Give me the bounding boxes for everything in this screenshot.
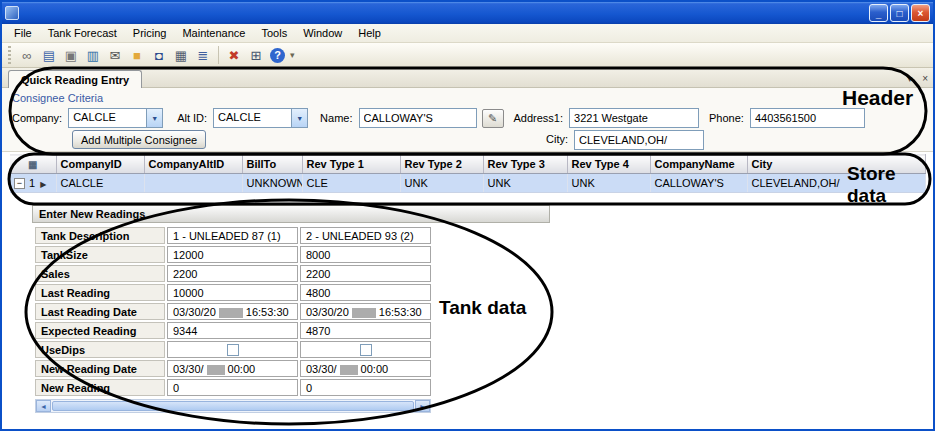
cell-companyid: CALCLE (56, 174, 144, 193)
row-label-new-reading: New Reading (35, 379, 165, 396)
table-row[interactable]: −1▶ CALCLE UNKNOWN CLE UNK UNK UNK CALLO… (10, 174, 925, 193)
menu-maintenance[interactable]: Maintenance (174, 25, 253, 41)
cell-revtype2: UNK (400, 174, 483, 193)
column-header-billto[interactable]: BillTo (242, 155, 302, 174)
export-icon[interactable]: ▥ (83, 45, 103, 65)
content-area: Quick Reading Entry ▾ × Consignee Criter… (2, 68, 933, 429)
row-label-sales: Sales (35, 265, 165, 282)
menu-help[interactable]: Help (350, 25, 389, 41)
database-icon[interactable]: ≣ (193, 45, 213, 65)
calculator-icon[interactable]: ▦ (171, 45, 191, 65)
column-header-companyid[interactable]: CompanyID (56, 155, 144, 174)
tank2-expected-reading: 4870 (300, 322, 431, 339)
column-header-revtype1[interactable]: Rev Type 1 (302, 155, 400, 174)
column-header-companyname[interactable]: CompanyName (650, 155, 747, 174)
chevron-down-icon[interactable]: ▾ (902, 73, 917, 87)
usedips-checkbox-1[interactable] (227, 344, 239, 356)
minimize-button[interactable]: _ (869, 4, 888, 22)
toolbar-separator (218, 46, 219, 64)
tank2-description: 2 - UNLEADED 93 (2) (300, 227, 431, 244)
save-icon[interactable]: ◘ (149, 45, 169, 65)
tank2-new-reading[interactable]: 0 (300, 379, 431, 396)
consignee-form-row-1: Company: CALCLE ▼ Alt ID: CALCLE ▼ Name:… (2, 107, 933, 129)
tank1-last-reading: 10000 (167, 284, 298, 301)
readings-panel-title: Enter New Readings (32, 205, 550, 223)
phone-field[interactable] (750, 108, 865, 128)
tab-close-icon[interactable]: × (917, 73, 933, 87)
column-header-revtype4[interactable]: Rev Type 4 (567, 155, 650, 174)
cell-revtype4: UNK (567, 174, 650, 193)
toolbar-overflow-icon[interactable]: ▾ (290, 50, 295, 60)
city-field[interactable] (574, 130, 704, 150)
search-icon[interactable]: ∞ (17, 45, 37, 65)
row-label-last-reading-date: Last Reading Date (35, 303, 165, 320)
altid-label: Alt ID: (177, 112, 207, 124)
tank2-sales: 2200 (300, 265, 431, 282)
folder-icon[interactable]: ■ (127, 45, 147, 65)
pencil-icon[interactable]: ✎ (482, 109, 504, 128)
menu-window[interactable]: Window (295, 25, 350, 41)
tank2-size: 8000 (300, 246, 431, 263)
tank1-expected-reading: 9344 (167, 322, 298, 339)
address1-field[interactable] (569, 108, 699, 128)
readings-panel: Enter New Readings Tank Description 1 - … (32, 205, 550, 413)
altid-dropdown-value: CALCLE (214, 109, 291, 127)
usedips-checkbox-2[interactable] (360, 344, 372, 356)
grid-selector-icon[interactable]: ▦ (10, 155, 56, 174)
report-icon[interactable]: ▤ (39, 45, 59, 65)
mail-icon[interactable]: ✉ (105, 45, 125, 65)
menu-tank-forecast[interactable]: Tank Forecast (40, 25, 125, 41)
exit-icon[interactable]: ✖ (224, 45, 244, 65)
row-label-usedips: UseDips (35, 341, 165, 358)
scroll-left-icon[interactable]: ◄ (36, 400, 51, 412)
readings-table: Tank Description 1 - UNLEADED 87 (1) 2 -… (35, 227, 431, 396)
store-grid: ▦ CompanyID CompanyAltID BillTo Rev Type… (10, 154, 926, 193)
column-header-revtype3[interactable]: Rev Type 3 (483, 155, 567, 174)
tab-strip: Quick Reading Entry ▾ × (2, 68, 933, 88)
redaction-box (207, 365, 225, 375)
cell-revtype3: UNK (483, 174, 567, 193)
tank1-new-reading[interactable]: 0 (167, 379, 298, 396)
tank1-new-reading-date[interactable]: 03/30/00:00 (167, 360, 298, 377)
tank1-description: 1 - UNLEADED 87 (1) (167, 227, 298, 244)
cell-billto: UNKNOWN (242, 174, 302, 193)
toolbar-grip[interactable] (8, 46, 11, 64)
scroll-right-icon[interactable]: ► (415, 400, 430, 412)
cell-revtype1: CLE (302, 174, 400, 193)
dropdown-arrow-icon[interactable]: ▼ (291, 109, 307, 127)
name-field[interactable] (359, 108, 477, 128)
scrollbar-thumb[interactable] (52, 401, 414, 411)
menu-pricing[interactable]: Pricing (125, 25, 175, 41)
close-button[interactable]: × (911, 4, 930, 22)
address1-label: Address1: (514, 112, 564, 124)
app-icon (5, 6, 19, 20)
collapse-icon[interactable]: − (14, 178, 25, 189)
tab-quick-reading-entry[interactable]: Quick Reading Entry (8, 70, 142, 88)
tank1-usedips-cell (167, 341, 298, 358)
add-multiple-consignee-button[interactable]: Add Multiple Consignee (72, 130, 206, 149)
dropdown-arrow-icon[interactable]: ▼ (146, 109, 162, 127)
tank2-usedips-cell (300, 341, 431, 358)
copy-icon[interactable]: ▣ (61, 45, 81, 65)
title-bar: _ □ × (2, 2, 933, 24)
column-header-companyaltid[interactable]: CompanyAltID (144, 155, 242, 174)
name-label: Name: (320, 112, 352, 124)
horizontal-scrollbar[interactable]: ◄ ► (35, 399, 431, 413)
toolbar: ∞ ▤ ▣ ▥ ✉ ■ ◘ ▦ ≣ ✖ ⊞ ? ▾ (2, 43, 933, 68)
menu-file[interactable]: File (6, 25, 40, 41)
window-icon[interactable]: ⊞ (246, 45, 266, 65)
menu-bar: File Tank Forecast Pricing Maintenance T… (2, 24, 933, 43)
help-icon[interactable]: ? (270, 48, 285, 63)
company-dropdown[interactable]: CALCLE ▼ (68, 108, 163, 128)
column-header-revtype2[interactable]: Rev Type 2 (400, 155, 483, 174)
menu-tools[interactable]: Tools (253, 25, 295, 41)
consignee-form-row-2: Add Multiple Consignee City: (2, 129, 933, 151)
maximize-button[interactable]: □ (890, 4, 909, 22)
grid-header-row: ▦ CompanyID CompanyAltID BillTo Rev Type… (10, 155, 925, 174)
row-label-new-reading-date: New Reading Date (35, 360, 165, 377)
column-header-city[interactable]: City (747, 155, 925, 174)
tank1-size: 12000 (167, 246, 298, 263)
tank1-sales: 2200 (167, 265, 298, 282)
tank2-new-reading-date[interactable]: 03/30/00:00 (300, 360, 431, 377)
altid-dropdown[interactable]: CALCLE ▼ (213, 108, 308, 128)
